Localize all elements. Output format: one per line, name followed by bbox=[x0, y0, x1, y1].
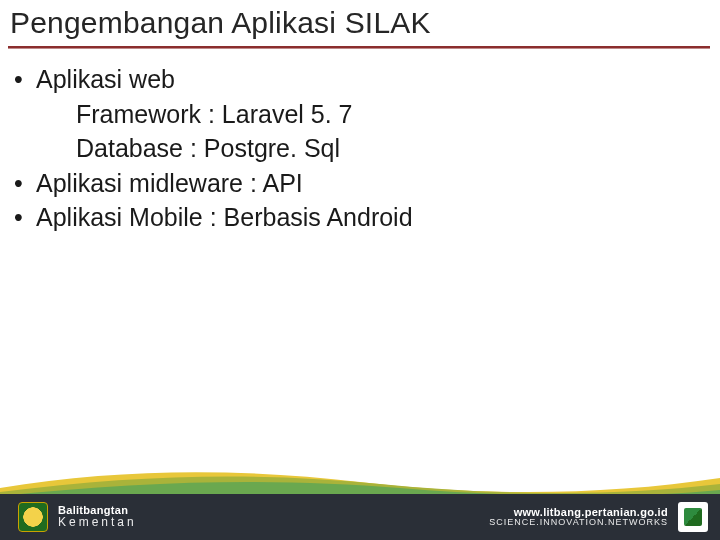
footer-org: Balitbangtan Kementan bbox=[58, 505, 137, 529]
content-body: • Aplikasi web Framework : Laravel 5. 7 … bbox=[14, 62, 413, 235]
agro-logo-inner-icon bbox=[684, 508, 702, 526]
list-item: • Aplikasi midleware : API bbox=[14, 166, 413, 201]
footer-wave-graphic bbox=[0, 466, 720, 496]
slide-footer: Balitbangtan Kementan www.litbang.pertan… bbox=[0, 486, 720, 540]
page-title: Pengembangan Aplikasi SILAK bbox=[10, 6, 431, 40]
title-underline bbox=[8, 46, 710, 49]
list-item: • Aplikasi web bbox=[14, 62, 413, 97]
list-item-text: Aplikasi Mobile : Berbasis Android bbox=[36, 200, 413, 235]
list-item: • Aplikasi Mobile : Berbasis Android bbox=[14, 200, 413, 235]
slide: Pengembangan Aplikasi SILAK • Aplikasi w… bbox=[0, 0, 720, 540]
footer-url-block: www.litbang.pertanian.go.id SCIENCE.INNO… bbox=[489, 507, 668, 528]
list-subitem: Database : Postgre. Sql bbox=[14, 131, 413, 166]
footer-bar: Balitbangtan Kementan www.litbang.pertan… bbox=[0, 494, 720, 540]
footer-right: www.litbang.pertanian.go.id SCIENCE.INNO… bbox=[489, 502, 708, 532]
list-item-text: Aplikasi web bbox=[36, 62, 175, 97]
bullet-icon: • bbox=[14, 62, 36, 97]
list-item-text: Aplikasi midleware : API bbox=[36, 166, 303, 201]
agro-logo-icon bbox=[678, 502, 708, 532]
footer-org-line2: Kementan bbox=[58, 516, 137, 529]
bullet-icon: • bbox=[14, 166, 36, 201]
footer-tagline: SCIENCE.INNOVATION.NETWORKS bbox=[489, 518, 668, 527]
list-subitem: Framework : Laravel 5. 7 bbox=[14, 97, 413, 132]
ministry-logo-icon bbox=[18, 502, 48, 532]
bullet-icon: • bbox=[14, 200, 36, 235]
